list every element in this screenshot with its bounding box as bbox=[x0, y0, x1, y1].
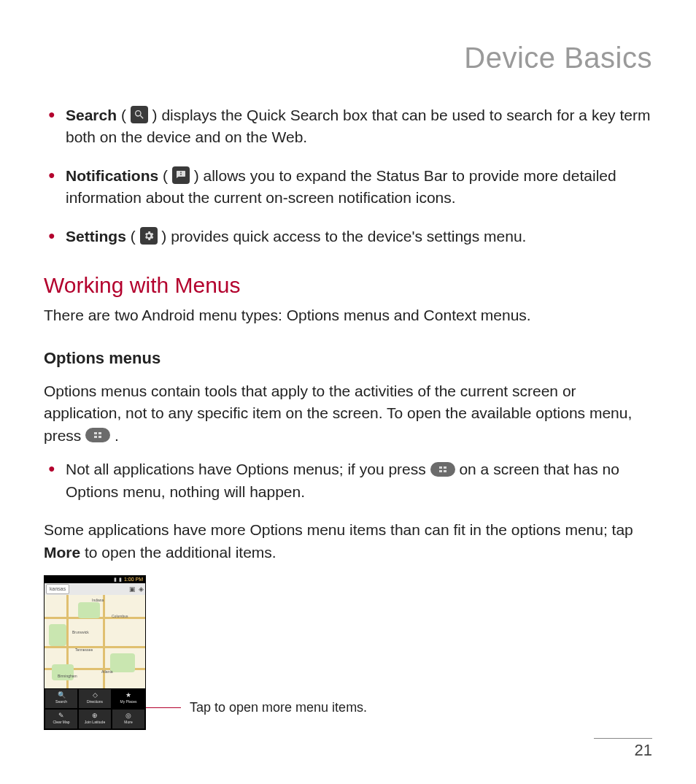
options-para-1: Options menus contain tools that apply t… bbox=[44, 380, 652, 447]
svg-rect-0 bbox=[94, 432, 97, 434]
map-city-label: Birmingham bbox=[58, 674, 77, 679]
page-number: 21 bbox=[635, 739, 652, 762]
map-city-label: Indiana bbox=[92, 598, 104, 603]
bullet-label: Settings bbox=[66, 228, 126, 245]
map-tool-icons: ▣◈ bbox=[129, 585, 144, 594]
figure-row: ▮ ▮ 1:00 PM kansas ▣◈ IndianaColumbusBru… bbox=[44, 575, 652, 730]
bullet-settings: Settings ( ) provides quick access to th… bbox=[44, 226, 652, 247]
menu-item-icon: ✎ bbox=[58, 712, 64, 719]
svg-rect-2 bbox=[94, 436, 97, 438]
svg-rect-6 bbox=[439, 470, 442, 472]
callout-text: Tap to open more menu items. bbox=[190, 698, 367, 717]
map-city-label: Brunswick bbox=[72, 630, 89, 635]
options-bullet-1: Not all applications have Options menus;… bbox=[44, 458, 652, 503]
page-header: Device Basics bbox=[44, 36, 652, 79]
section-title: Working with Menus bbox=[44, 269, 652, 301]
svg-rect-4 bbox=[439, 466, 442, 469]
menu-item-icon: 🔍 bbox=[58, 692, 66, 699]
menu-item-icon: ◎ bbox=[125, 712, 131, 719]
menu-item-label: Clear Map bbox=[53, 720, 69, 725]
menu-key-icon bbox=[85, 428, 110, 442]
battery-icon: ▮ bbox=[119, 576, 122, 583]
svg-rect-7 bbox=[444, 470, 446, 472]
map-area: IndianaColumbusBrunswickTennesseeBirming… bbox=[45, 595, 145, 688]
options-para-2: Some applications have more Options menu… bbox=[44, 519, 652, 564]
bullet-label: Search bbox=[66, 107, 117, 123]
section-intro: There are two Android menu types: Option… bbox=[44, 304, 652, 326]
map-city-label: Columbus bbox=[112, 614, 128, 619]
bullet-label: Notifications bbox=[66, 167, 158, 184]
bullet-notifications: Notifications ( ) allows you to expand t… bbox=[44, 165, 652, 210]
callout-line bbox=[146, 707, 181, 708]
menu-item-label: My Places bbox=[120, 699, 136, 704]
options-bullets: Not all applications have Options menus;… bbox=[44, 458, 652, 503]
search-icon bbox=[131, 106, 148, 123]
menu-item-icon: ★ bbox=[125, 692, 131, 699]
bullet-search: Search ( ) displays the Quick Search box… bbox=[44, 104, 652, 149]
menu-key-icon bbox=[430, 462, 455, 477]
phone-screenshot: ▮ ▮ 1:00 PM kansas ▣◈ IndianaColumbusBru… bbox=[44, 575, 146, 730]
map-city-label: Tennessee bbox=[75, 647, 93, 653]
options-menu-grid: 🔍Search◇Directions★My Places✎Clear Map⊕J… bbox=[45, 688, 145, 729]
search-field: kansas bbox=[46, 584, 69, 594]
figure-callout: Tap to open more menu items. bbox=[146, 698, 367, 717]
options-menu-item: ✎Clear Map bbox=[45, 709, 78, 729]
svg-rect-5 bbox=[444, 466, 446, 469]
menu-item-label: Join Latitude bbox=[85, 720, 105, 725]
options-menu-item: ⊕Join Latitude bbox=[78, 709, 112, 729]
menu-item-label: Search bbox=[55, 699, 67, 704]
menu-item-icon: ◇ bbox=[93, 692, 98, 699]
subheading-options: Options menus bbox=[44, 347, 652, 370]
menu-item-icon: ⊕ bbox=[92, 712, 98, 719]
phone-status-bar: ▮ ▮ 1:00 PM bbox=[45, 576, 145, 583]
bullet-text: provides quick access to the device's se… bbox=[171, 228, 526, 245]
settings-icon bbox=[140, 227, 158, 245]
signal-icon: ▮ bbox=[114, 576, 117, 583]
svg-rect-3 bbox=[98, 436, 101, 438]
options-menu-item: ◇Directions bbox=[78, 688, 112, 709]
notification-icon bbox=[172, 166, 190, 184]
phone-search-bar: kansas ▣◈ bbox=[45, 583, 145, 595]
options-menu-item: ★My Places bbox=[112, 688, 145, 709]
feature-list: Search ( ) displays the Quick Search box… bbox=[44, 104, 652, 247]
menu-item-label: More bbox=[124, 720, 132, 725]
menu-item-label: Directions bbox=[87, 699, 103, 704]
options-menu-item: ◎More bbox=[112, 709, 145, 729]
svg-rect-1 bbox=[98, 432, 101, 434]
status-time: 1:00 PM bbox=[124, 576, 143, 583]
map-city-label: Atlanta bbox=[101, 669, 113, 675]
options-menu-item: 🔍Search bbox=[45, 688, 78, 709]
